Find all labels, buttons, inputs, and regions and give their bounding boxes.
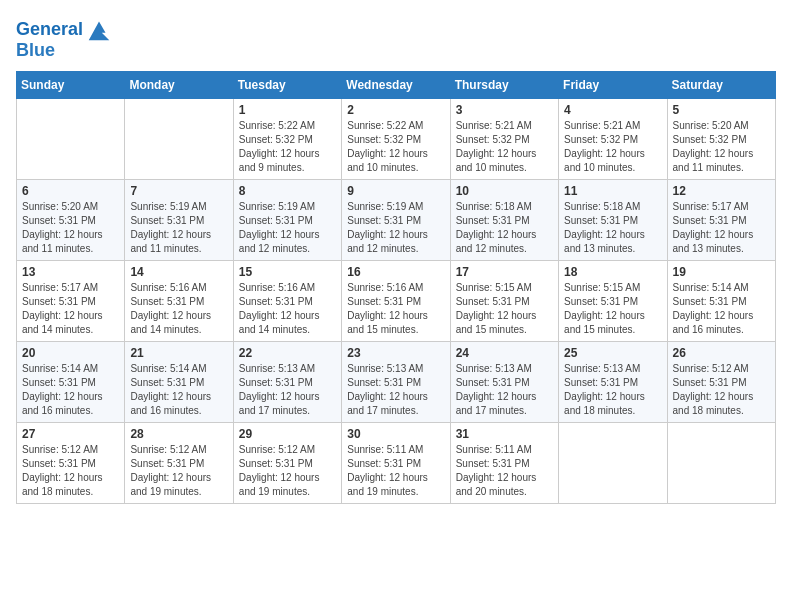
logo-text: General xyxy=(16,20,83,40)
calendar-cell: 20Sunrise: 5:14 AM Sunset: 5:31 PM Dayli… xyxy=(17,342,125,423)
day-number: 31 xyxy=(456,427,553,441)
calendar-cell: 25Sunrise: 5:13 AM Sunset: 5:31 PM Dayli… xyxy=(559,342,667,423)
day-info: Sunrise: 5:15 AM Sunset: 5:31 PM Dayligh… xyxy=(564,281,661,337)
day-info: Sunrise: 5:13 AM Sunset: 5:31 PM Dayligh… xyxy=(239,362,336,418)
day-number: 19 xyxy=(673,265,770,279)
day-info: Sunrise: 5:21 AM Sunset: 5:32 PM Dayligh… xyxy=(564,119,661,175)
calendar-cell: 31Sunrise: 5:11 AM Sunset: 5:31 PM Dayli… xyxy=(450,423,558,504)
weekday-header: Monday xyxy=(125,72,233,99)
day-info: Sunrise: 5:12 AM Sunset: 5:31 PM Dayligh… xyxy=(239,443,336,499)
weekday-header: Saturday xyxy=(667,72,775,99)
day-info: Sunrise: 5:20 AM Sunset: 5:31 PM Dayligh… xyxy=(22,200,119,256)
day-number: 7 xyxy=(130,184,227,198)
day-number: 21 xyxy=(130,346,227,360)
calendar: SundayMondayTuesdayWednesdayThursdayFrid… xyxy=(16,71,776,504)
calendar-cell: 17Sunrise: 5:15 AM Sunset: 5:31 PM Dayli… xyxy=(450,261,558,342)
day-number: 22 xyxy=(239,346,336,360)
day-number: 9 xyxy=(347,184,444,198)
calendar-cell xyxy=(125,99,233,180)
day-number: 5 xyxy=(673,103,770,117)
day-info: Sunrise: 5:20 AM Sunset: 5:32 PM Dayligh… xyxy=(673,119,770,175)
day-info: Sunrise: 5:14 AM Sunset: 5:31 PM Dayligh… xyxy=(22,362,119,418)
day-number: 27 xyxy=(22,427,119,441)
calendar-cell: 23Sunrise: 5:13 AM Sunset: 5:31 PM Dayli… xyxy=(342,342,450,423)
day-info: Sunrise: 5:16 AM Sunset: 5:31 PM Dayligh… xyxy=(239,281,336,337)
day-info: Sunrise: 5:13 AM Sunset: 5:31 PM Dayligh… xyxy=(456,362,553,418)
calendar-cell: 5Sunrise: 5:20 AM Sunset: 5:32 PM Daylig… xyxy=(667,99,775,180)
page-header: General Blue xyxy=(16,16,776,61)
day-number: 25 xyxy=(564,346,661,360)
day-info: Sunrise: 5:14 AM Sunset: 5:31 PM Dayligh… xyxy=(673,281,770,337)
day-number: 8 xyxy=(239,184,336,198)
calendar-cell: 19Sunrise: 5:14 AM Sunset: 5:31 PM Dayli… xyxy=(667,261,775,342)
calendar-cell: 28Sunrise: 5:12 AM Sunset: 5:31 PM Dayli… xyxy=(125,423,233,504)
day-number: 26 xyxy=(673,346,770,360)
day-info: Sunrise: 5:13 AM Sunset: 5:31 PM Dayligh… xyxy=(347,362,444,418)
weekday-header: Tuesday xyxy=(233,72,341,99)
calendar-cell: 13Sunrise: 5:17 AM Sunset: 5:31 PM Dayli… xyxy=(17,261,125,342)
calendar-cell: 11Sunrise: 5:18 AM Sunset: 5:31 PM Dayli… xyxy=(559,180,667,261)
day-number: 14 xyxy=(130,265,227,279)
weekday-header: Friday xyxy=(559,72,667,99)
svg-marker-0 xyxy=(89,22,110,41)
day-number: 28 xyxy=(130,427,227,441)
calendar-cell: 24Sunrise: 5:13 AM Sunset: 5:31 PM Dayli… xyxy=(450,342,558,423)
day-info: Sunrise: 5:13 AM Sunset: 5:31 PM Dayligh… xyxy=(564,362,661,418)
calendar-cell: 21Sunrise: 5:14 AM Sunset: 5:31 PM Dayli… xyxy=(125,342,233,423)
day-info: Sunrise: 5:22 AM Sunset: 5:32 PM Dayligh… xyxy=(239,119,336,175)
day-number: 17 xyxy=(456,265,553,279)
day-info: Sunrise: 5:18 AM Sunset: 5:31 PM Dayligh… xyxy=(564,200,661,256)
day-info: Sunrise: 5:22 AM Sunset: 5:32 PM Dayligh… xyxy=(347,119,444,175)
calendar-cell xyxy=(17,99,125,180)
calendar-cell: 18Sunrise: 5:15 AM Sunset: 5:31 PM Dayli… xyxy=(559,261,667,342)
day-info: Sunrise: 5:12 AM Sunset: 5:31 PM Dayligh… xyxy=(673,362,770,418)
weekday-header: Sunday xyxy=(17,72,125,99)
day-info: Sunrise: 5:19 AM Sunset: 5:31 PM Dayligh… xyxy=(130,200,227,256)
day-info: Sunrise: 5:19 AM Sunset: 5:31 PM Dayligh… xyxy=(347,200,444,256)
calendar-cell: 6Sunrise: 5:20 AM Sunset: 5:31 PM Daylig… xyxy=(17,180,125,261)
day-number: 10 xyxy=(456,184,553,198)
calendar-cell: 8Sunrise: 5:19 AM Sunset: 5:31 PM Daylig… xyxy=(233,180,341,261)
calendar-cell xyxy=(559,423,667,504)
day-number: 30 xyxy=(347,427,444,441)
calendar-cell: 2Sunrise: 5:22 AM Sunset: 5:32 PM Daylig… xyxy=(342,99,450,180)
day-number: 6 xyxy=(22,184,119,198)
calendar-cell: 29Sunrise: 5:12 AM Sunset: 5:31 PM Dayli… xyxy=(233,423,341,504)
calendar-cell: 30Sunrise: 5:11 AM Sunset: 5:31 PM Dayli… xyxy=(342,423,450,504)
calendar-cell: 16Sunrise: 5:16 AM Sunset: 5:31 PM Dayli… xyxy=(342,261,450,342)
calendar-cell: 4Sunrise: 5:21 AM Sunset: 5:32 PM Daylig… xyxy=(559,99,667,180)
calendar-header: SundayMondayTuesdayWednesdayThursdayFrid… xyxy=(17,72,776,99)
calendar-cell: 3Sunrise: 5:21 AM Sunset: 5:32 PM Daylig… xyxy=(450,99,558,180)
weekday-header: Wednesday xyxy=(342,72,450,99)
calendar-cell: 10Sunrise: 5:18 AM Sunset: 5:31 PM Dayli… xyxy=(450,180,558,261)
day-info: Sunrise: 5:17 AM Sunset: 5:31 PM Dayligh… xyxy=(22,281,119,337)
calendar-cell: 26Sunrise: 5:12 AM Sunset: 5:31 PM Dayli… xyxy=(667,342,775,423)
day-info: Sunrise: 5:21 AM Sunset: 5:32 PM Dayligh… xyxy=(456,119,553,175)
calendar-cell: 9Sunrise: 5:19 AM Sunset: 5:31 PM Daylig… xyxy=(342,180,450,261)
day-info: Sunrise: 5:16 AM Sunset: 5:31 PM Dayligh… xyxy=(347,281,444,337)
day-number: 15 xyxy=(239,265,336,279)
logo: General Blue xyxy=(16,16,113,61)
calendar-cell: 7Sunrise: 5:19 AM Sunset: 5:31 PM Daylig… xyxy=(125,180,233,261)
day-number: 16 xyxy=(347,265,444,279)
day-info: Sunrise: 5:11 AM Sunset: 5:31 PM Dayligh… xyxy=(456,443,553,499)
calendar-cell: 1Sunrise: 5:22 AM Sunset: 5:32 PM Daylig… xyxy=(233,99,341,180)
day-info: Sunrise: 5:14 AM Sunset: 5:31 PM Dayligh… xyxy=(130,362,227,418)
day-info: Sunrise: 5:17 AM Sunset: 5:31 PM Dayligh… xyxy=(673,200,770,256)
day-number: 11 xyxy=(564,184,661,198)
day-info: Sunrise: 5:11 AM Sunset: 5:31 PM Dayligh… xyxy=(347,443,444,499)
day-number: 1 xyxy=(239,103,336,117)
calendar-cell: 27Sunrise: 5:12 AM Sunset: 5:31 PM Dayli… xyxy=(17,423,125,504)
weekday-header: Thursday xyxy=(450,72,558,99)
day-info: Sunrise: 5:12 AM Sunset: 5:31 PM Dayligh… xyxy=(22,443,119,499)
calendar-cell xyxy=(667,423,775,504)
day-info: Sunrise: 5:19 AM Sunset: 5:31 PM Dayligh… xyxy=(239,200,336,256)
logo-icon xyxy=(85,16,113,44)
calendar-cell: 12Sunrise: 5:17 AM Sunset: 5:31 PM Dayli… xyxy=(667,180,775,261)
day-info: Sunrise: 5:12 AM Sunset: 5:31 PM Dayligh… xyxy=(130,443,227,499)
day-number: 4 xyxy=(564,103,661,117)
day-number: 20 xyxy=(22,346,119,360)
day-info: Sunrise: 5:16 AM Sunset: 5:31 PM Dayligh… xyxy=(130,281,227,337)
day-number: 12 xyxy=(673,184,770,198)
day-info: Sunrise: 5:15 AM Sunset: 5:31 PM Dayligh… xyxy=(456,281,553,337)
